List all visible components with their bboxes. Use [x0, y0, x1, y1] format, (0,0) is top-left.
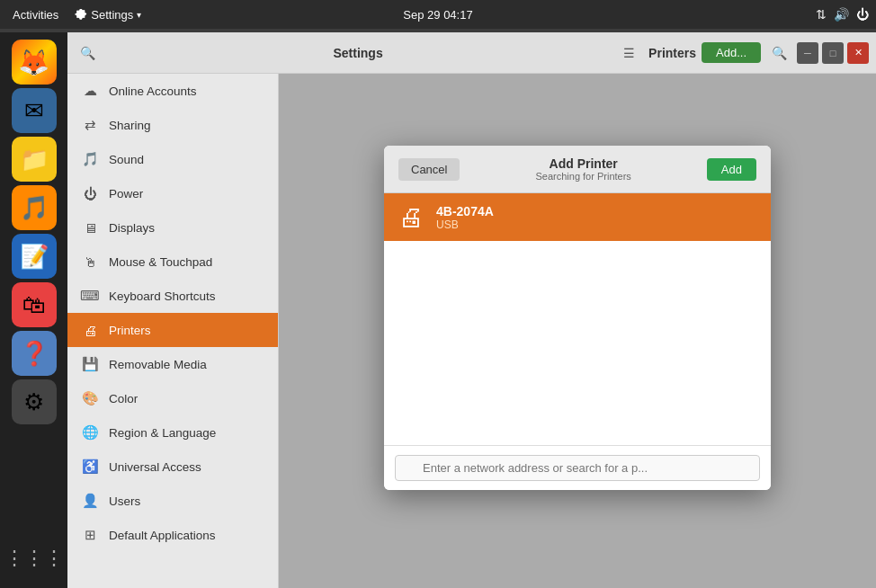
window-header: 🔍 Settings ☰ Printers Add... 🔍 ─ □ ✕ — [67, 32, 876, 74]
minimize-button[interactable]: ─ — [797, 42, 818, 64]
chevron-down-icon: ▾ — [137, 10, 141, 20]
dialog-header: Cancel Add Printer Searching for Printer… — [384, 146, 771, 193]
sidebar-item-users[interactable]: 👤 Users — [67, 484, 278, 518]
dock-item-appstore[interactable]: 🛍 — [12, 282, 57, 327]
add-printer-dialog: Cancel Add Printer Searching for Printer… — [384, 146, 771, 490]
dialog-title-area: Add Printer Searching for Printers — [460, 156, 706, 182]
sidebar-item-power[interactable]: ⏻ Power — [67, 176, 278, 210]
dialog-cancel-button[interactable]: Cancel — [398, 158, 460, 181]
dock-item-writer[interactable]: 📝 — [12, 234, 57, 279]
default-apps-icon: ⊞ — [82, 527, 98, 543]
region-icon: 🌐 — [82, 424, 98, 441]
printer-icon: 🖨 — [398, 202, 424, 232]
sidebar-item-label: Displays — [109, 221, 155, 235]
dock-item-help[interactable]: ❓ — [12, 331, 57, 376]
dock-item-files[interactable]: 📁 — [12, 137, 57, 182]
sidebar-item-mouse-touchpad[interactable]: 🖱 Mouse & Touchpad — [67, 245, 278, 279]
sidebar-item-online-accounts[interactable]: ☁ Online Accounts — [67, 74, 278, 108]
removable-media-icon: 💾 — [82, 356, 98, 372]
sidebar-item-label: Online Accounts — [109, 85, 197, 98]
header-menu-button[interactable]: ☰ — [616, 40, 641, 66]
dock: 🦊 ✉ 📁 🎵 📝 🛍 ❓ ⚙ ⋮⋮⋮ — [0, 32, 67, 588]
topbar: Activities Settings ▾ Sep 29 04:17 ⇅ 🔊 ⏻ — [0, 0, 876, 29]
sidebar-item-sharing[interactable]: ⇄ Sharing — [67, 108, 278, 142]
sidebar-item-sound[interactable]: 🎵 Sound — [67, 142, 278, 176]
sidebar-item-displays[interactable]: 🖥 Displays — [67, 210, 278, 245]
dialog-subtitle: Searching for Printers — [460, 171, 706, 182]
dock-item-rhythmbox[interactable]: 🎵 — [12, 185, 57, 230]
sidebar-item-label: Mouse & Touchpad — [109, 255, 212, 269]
sidebar-item-label: Default Applications — [109, 529, 216, 542]
sidebar-item-label: Keyboard Shortcuts — [109, 290, 216, 303]
universal-access-icon: ♿ — [82, 459, 98, 475]
sidebar-item-region-language[interactable]: 🌐 Region & Language — [67, 415, 278, 450]
dock-item-app-grid[interactable]: ⋮⋮⋮ — [12, 536, 57, 581]
sharing-icon: ⇄ — [82, 117, 98, 133]
power-sidebar-icon: ⏻ — [82, 185, 98, 201]
keyboard-icon: ⌨ — [82, 288, 98, 304]
main-content: Cancel Add Printer Searching for Printer… — [279, 74, 876, 588]
displays-icon: 🖥 — [82, 219, 98, 236]
sidebar-item-label: Removable Media — [109, 358, 207, 371]
dock-item-thunderbird[interactable]: ✉ — [12, 88, 57, 133]
header-search-button[interactable]: 🔍 — [75, 40, 100, 66]
sidebar-item-removable-media[interactable]: 💾 Removable Media — [67, 347, 278, 381]
sidebar-item-label: Users — [109, 494, 140, 508]
sidebar-item-label: Sharing — [109, 119, 151, 132]
sound-icon: 🎵 — [82, 151, 98, 167]
sidebar-item-keyboard-shortcuts[interactable]: ⌨ Keyboard Shortcuts — [67, 279, 278, 313]
printer-name: 4B-2074A — [436, 204, 494, 218]
dialog-add-button[interactable]: Add — [707, 158, 756, 181]
network-icon[interactable]: ⇅ — [816, 7, 827, 22]
sidebar-item-universal-access[interactable]: ♿ Universal Access — [67, 450, 278, 484]
gear-icon — [75, 8, 87, 21]
sidebar-item-label: Printers — [109, 324, 151, 337]
sidebar-item-label: Universal Access — [109, 460, 201, 474]
printer-list-item[interactable]: 🖨 4B-2074A USB — [384, 193, 771, 241]
sidebar-item-printers[interactable]: 🖨 Printers — [67, 313, 278, 347]
add-printer-button[interactable]: Add... — [702, 42, 761, 63]
settings-menu[interactable]: Settings ▾ — [75, 8, 141, 22]
sidebar-item-label: Region & Language — [109, 426, 216, 440]
settings-window: 🔍 Settings ☰ Printers Add... 🔍 ─ □ ✕ ☁ O… — [67, 32, 876, 588]
printers-label: Printers — [648, 46, 696, 60]
sidebar-item-color[interactable]: 🎨 Color — [67, 381, 278, 415]
sidebar-item-label: Sound — [109, 153, 144, 166]
dialog-search-area: 🔍 — [384, 445, 771, 490]
activities-button[interactable]: Activities — [7, 6, 64, 23]
header-search-right-button[interactable]: 🔍 — [766, 40, 791, 66]
sidebar-item-label: Color — [109, 392, 138, 405]
printer-sidebar-icon: 🖨 — [82, 322, 98, 338]
dock-item-settings[interactable]: ⚙ — [12, 379, 57, 424]
printer-list: 🖨 4B-2074A USB — [384, 193, 771, 445]
close-button[interactable]: ✕ — [847, 42, 869, 64]
users-icon: 👤 — [82, 493, 98, 509]
power-icon[interactable]: ⏻ — [856, 7, 869, 22]
sidebar-item-default-applications[interactable]: ⊞ Default Applications — [67, 518, 278, 552]
settings-sidebar: ☁ Online Accounts ⇄ Sharing 🎵 Sound ⏻ Po… — [67, 74, 279, 588]
mouse-icon: 🖱 — [82, 254, 98, 270]
window-title: Settings — [107, 46, 609, 60]
sidebar-item-label: Power — [109, 187, 143, 200]
dialog-overlay: Cancel Add Printer Searching for Printer… — [279, 74, 876, 588]
window-body: ☁ Online Accounts ⇄ Sharing 🎵 Sound ⏻ Po… — [67, 74, 876, 588]
topbar-datetime: Sep 29 04:17 — [403, 8, 472, 22]
settings-menu-label: Settings — [91, 8, 133, 22]
printer-port: USB — [436, 218, 494, 231]
dialog-search-input[interactable] — [395, 455, 760, 481]
printer-list-empty-area — [384, 241, 771, 421]
color-icon: 🎨 — [82, 390, 98, 406]
dock-item-firefox[interactable]: 🦊 — [12, 40, 57, 85]
maximize-button[interactable]: □ — [822, 42, 844, 64]
printer-info: 4B-2074A USB — [436, 204, 494, 231]
online-accounts-icon: ☁ — [82, 83, 98, 99]
dialog-title: Add Printer — [460, 156, 706, 171]
volume-icon[interactable]: 🔊 — [834, 7, 849, 22]
